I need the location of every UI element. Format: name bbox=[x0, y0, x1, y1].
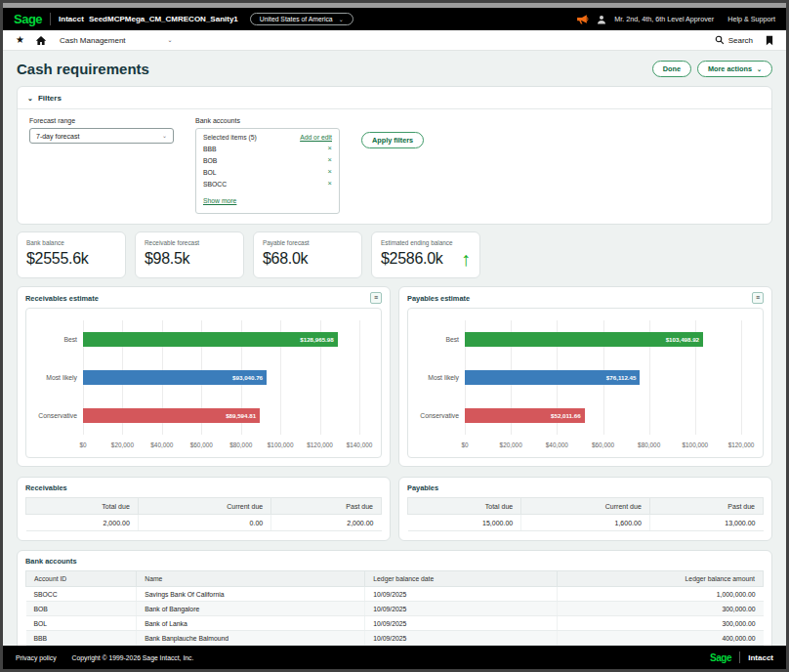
remove-item-icon[interactable]: × bbox=[328, 157, 332, 163]
table-cell: 2,000.00 bbox=[26, 515, 139, 531]
navbar-right-group: Search bbox=[715, 35, 773, 46]
column-header: Ledger balance amount bbox=[557, 571, 763, 587]
table-cell: 15,000.00 bbox=[408, 515, 521, 531]
selected-item: BBB× bbox=[203, 143, 332, 154]
table-cell: 10/09/2025 bbox=[365, 631, 557, 646]
chart-grid-area: Best$128,965.98Most likely$93,040.76Cons… bbox=[83, 320, 359, 435]
kpi-card: Bank balance$2555.6k bbox=[17, 231, 126, 278]
user-name[interactable]: Mr. 2nd, 4th, 6th Level Approver bbox=[614, 15, 714, 23]
table-row: 2,000.000.002,000.00 bbox=[26, 515, 382, 531]
table-cell: 0.00 bbox=[138, 515, 270, 531]
chevron-down-icon: ⌄ bbox=[339, 18, 344, 21]
bar-value-label: $76,112.45 bbox=[606, 374, 641, 381]
chart-menu-icon[interactable]: ≡ bbox=[370, 292, 382, 304]
bar-value-label: $93,040.76 bbox=[232, 374, 267, 381]
column-header: Name bbox=[137, 571, 365, 587]
show-more-link[interactable]: Show more bbox=[203, 197, 236, 204]
done-button[interactable]: Done bbox=[652, 61, 691, 77]
search-button[interactable]: Search bbox=[715, 35, 753, 45]
column-header: Account ID bbox=[26, 571, 137, 587]
product-name: Intacct bbox=[59, 15, 84, 23]
chart-bar[interactable]: $93,040.76 bbox=[83, 370, 267, 385]
kpi-label: Payable forecast bbox=[263, 239, 353, 246]
apply-filters-button[interactable]: Apply filters bbox=[361, 132, 424, 148]
filters-collapse-toggle[interactable]: ⌄ Filters bbox=[18, 87, 771, 109]
page-actions: Done More actions ⌄ bbox=[652, 61, 772, 77]
entity-selector[interactable]: United States of America ⌄ bbox=[250, 13, 353, 25]
table-cell: 300,000.00 bbox=[557, 616, 763, 631]
category-label: Best bbox=[410, 336, 459, 343]
payables-due-card: Payables Total dueCurrent duePast due 15… bbox=[398, 477, 772, 541]
bank-table-header-row: Account IDNameLedger balance dateLedger … bbox=[26, 571, 764, 587]
kpi-row: Bank balance$2555.6kReceivable forecast$… bbox=[17, 231, 772, 278]
receivables-estimate-card: Receivables estimate ≡ Best$128,965.98Mo… bbox=[17, 286, 391, 467]
table-header-row: Total dueCurrent duePast due bbox=[408, 498, 764, 515]
chart-bar[interactable]: $76,112.45 bbox=[465, 370, 640, 385]
receivables-chart-area: Best$128,965.98Most likely$93,040.76Cons… bbox=[83, 320, 359, 452]
column-header: Total due bbox=[26, 498, 139, 515]
entity-label: United States of America bbox=[260, 16, 333, 22]
remove-item-icon[interactable]: × bbox=[328, 181, 332, 187]
help-support-link[interactable]: Help & Support bbox=[727, 15, 775, 23]
table-cell: 10/09/2025 bbox=[365, 616, 557, 631]
kpi-label: Estimated ending balance bbox=[381, 239, 471, 246]
chart-bar[interactable]: $52,011.66 bbox=[465, 408, 585, 423]
intacct-logo-text: Intacct bbox=[748, 653, 773, 662]
more-actions-button[interactable]: More actions ⌄ bbox=[697, 61, 772, 77]
table-row: 15,000.001,600.0013,000.00 bbox=[408, 515, 764, 531]
chart-bar[interactable]: $89,594.81 bbox=[83, 408, 260, 423]
table-cell: 1,600.00 bbox=[521, 515, 650, 531]
add-or-edit-link[interactable]: Add or edit bbox=[300, 134, 332, 141]
module-chevron-down-icon[interactable]: ⌄ bbox=[168, 38, 173, 42]
kpi-value: $2555.6k bbox=[26, 250, 88, 268]
forecast-range-select[interactable]: 7-day forecast ⌄ bbox=[29, 128, 174, 144]
x-axis: $0$20,000$40,000$60,000$80,000$100,000$1… bbox=[83, 440, 359, 452]
announcements-megaphone-icon[interactable] bbox=[576, 14, 589, 24]
receivables-table: Total dueCurrent duePast due 2,000.000.0… bbox=[25, 497, 382, 531]
kpi-card: Estimated ending balance$2586.0k↑ bbox=[371, 231, 480, 278]
chart-row: Conservative$52,011.66 bbox=[465, 397, 741, 435]
page-title: Cash requirements bbox=[17, 61, 149, 77]
favorite-star-icon[interactable]: ★ bbox=[16, 35, 24, 45]
chart-header: Payables estimate ≡ bbox=[407, 292, 764, 304]
x-axis-tick-label: $100,000 bbox=[268, 441, 294, 448]
kpi-value: $68.0k bbox=[263, 250, 308, 268]
column-header: Past due bbox=[271, 498, 382, 515]
chart-grid-area: Best$103,498.92Most likely$76,112.45Cons… bbox=[465, 320, 741, 435]
module-menu[interactable]: Cash Management bbox=[60, 36, 126, 45]
x-axis-tick-label: $20,000 bbox=[111, 441, 134, 448]
column-header: Past due bbox=[649, 498, 763, 515]
x-axis-tick-label: $60,000 bbox=[190, 441, 213, 448]
table-row: BBBBank Banplauche Balmound10/09/2025400… bbox=[26, 631, 764, 646]
filters-title: Filters bbox=[38, 94, 62, 103]
bank-accounts-label: Bank accounts bbox=[195, 117, 340, 124]
table-cell: 13,000.00 bbox=[649, 515, 763, 531]
bookmark-icon[interactable] bbox=[766, 35, 773, 46]
x-axis-tick-label: $20,000 bbox=[500, 441, 522, 448]
page-title-row: Cash requirements Done More actions ⌄ bbox=[3, 51, 786, 86]
bank-accounts-title: Bank accounts bbox=[25, 557, 764, 566]
topbar-right-group: Mr. 2nd, 4th, 6th Level Approver Help & … bbox=[576, 14, 775, 24]
user-avatar-icon[interactable] bbox=[597, 15, 606, 24]
table-cell: Bank Banplauche Balmound bbox=[137, 631, 365, 646]
module-nav-bar: ★ Cash Management ⌄ Search bbox=[3, 30, 786, 51]
chart-bar[interactable]: $103,498.92 bbox=[465, 332, 703, 347]
chart-bar[interactable]: $128,965.98 bbox=[83, 332, 338, 347]
receivables-title: Receivables bbox=[25, 483, 382, 492]
kpi-card: Payable forecast$68.0k bbox=[253, 231, 362, 278]
remove-item-icon[interactable]: × bbox=[328, 169, 332, 175]
copyright-text: Copyright © 1999-2026 Sage Intacct, Inc. bbox=[72, 654, 194, 661]
table-cell: SBOCC bbox=[26, 587, 137, 602]
selected-item: BOB× bbox=[203, 154, 332, 166]
selected-item: SBOCC× bbox=[203, 178, 332, 189]
payables-chart-area: Best$103,498.92Most likely$76,112.45Cons… bbox=[465, 320, 741, 452]
category-label: Most likely bbox=[28, 374, 77, 381]
privacy-policy-link[interactable]: Privacy policy bbox=[16, 654, 57, 661]
remove-item-icon[interactable]: × bbox=[328, 146, 332, 151]
table-header-row: Total dueCurrent duePast due bbox=[26, 498, 382, 515]
x-axis-tick-label: $60,000 bbox=[592, 441, 614, 448]
kpi-value-row: $2586.0k↑ bbox=[381, 250, 471, 268]
table-row: BOBBank of Bangalore10/09/2025300,000.00 bbox=[26, 602, 764, 616]
home-icon[interactable] bbox=[35, 35, 47, 46]
chart-menu-icon[interactable]: ≡ bbox=[752, 292, 764, 304]
